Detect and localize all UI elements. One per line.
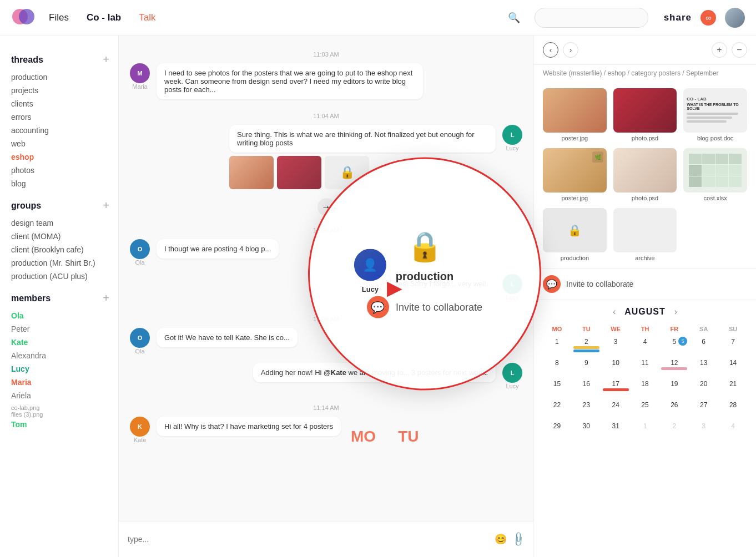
forward-button[interactable]: →	[317, 198, 335, 216]
rp-forward-button[interactable]: ›	[563, 42, 578, 58]
msg-bubble-3: I thougt we are posting 4 blog p...	[157, 239, 279, 259]
cal-day-1[interactable]: 1	[543, 336, 571, 356]
cal-day-6[interactable]: 6	[689, 336, 718, 356]
cal-day-sep4[interactable]: 4	[719, 420, 747, 440]
invite-section[interactable]: 💬 Invite to collaborate	[534, 268, 756, 300]
file-card-poster1[interactable]: poster.jpg	[543, 88, 607, 141]
member-item-tom[interactable]: Tom	[11, 418, 118, 431]
app-logo[interactable]	[11, 6, 36, 30]
cal-day-24[interactable]: 24	[602, 399, 630, 419]
group-item-production-acu[interactable]: production (ACU plus)	[11, 270, 118, 283]
cal-day-7[interactable]: 7	[719, 336, 747, 356]
rp-zoom-out-button[interactable]: −	[732, 42, 747, 58]
thread-item-web[interactable]: web	[11, 137, 118, 150]
rp-back-button[interactable]: ‹	[543, 42, 558, 58]
attach-button[interactable]: 📎	[510, 530, 527, 548]
cal-day-19[interactable]: 19	[660, 378, 688, 398]
cal-day-23[interactable]: 23	[572, 399, 601, 419]
cal-day-26[interactable]: 26	[660, 399, 688, 419]
svg-point-1	[19, 9, 34, 24]
cal-day-30[interactable]: 30	[572, 420, 601, 440]
group-item-design-team[interactable]: design team	[11, 216, 118, 230]
nav-talk[interactable]: Talk	[139, 12, 155, 23]
cal-day-11[interactable]: 11	[631, 357, 659, 377]
msg-content-4: Yes! Sorry I forgo... very well.	[386, 274, 496, 293]
file-card-photo1[interactable]: photo.psd	[613, 88, 677, 141]
folder-production[interactable]: 🔒 production	[543, 208, 607, 261]
link-icon[interactable]: ∞	[700, 10, 716, 26]
member-item-kate[interactable]: Kate	[11, 336, 118, 349]
member-item-maria[interactable]: Maria	[11, 376, 118, 389]
img-thumb-2[interactable]	[277, 156, 321, 189]
thread-item-production[interactable]: production	[11, 70, 118, 84]
thread-item-eshop[interactable]: eshop	[11, 150, 118, 164]
file-name-photo1: photo.psd	[632, 135, 658, 141]
cal-day-3[interactable]: 3	[602, 336, 630, 356]
thread-item-accounting[interactable]: accounting	[11, 124, 118, 137]
group-item-client-brooklyn[interactable]: client (Brooklyn cafe)	[11, 243, 118, 256]
cal-day-21[interactable]: 21	[719, 378, 747, 398]
cal-day-29[interactable]: 29	[543, 420, 571, 440]
cal-day-10[interactable]: 10	[602, 357, 630, 377]
message-row-ola-1: O Ola I thougt we are posting 4 blog p..…	[130, 239, 522, 267]
nav-files[interactable]: Files	[49, 12, 69, 23]
member-item-ariela[interactable]: Ariela	[11, 389, 118, 402]
cal-day-12[interactable]: 12	[660, 357, 688, 377]
group-item-client-moma[interactable]: client (MOMA)	[11, 230, 118, 243]
cal-day-25[interactable]: 25	[631, 399, 659, 419]
groups-add-button[interactable]: +	[103, 199, 109, 212]
cal-day-sep2[interactable]: 2	[660, 420, 688, 440]
cal-day-31[interactable]: 31	[602, 420, 630, 440]
thread-item-errors[interactable]: errors	[11, 110, 118, 124]
thread-item-projects[interactable]: projects	[11, 84, 118, 97]
folder-thumb-production: 🔒	[543, 208, 607, 252]
cal-day-4[interactable]: 4	[631, 336, 659, 356]
member-item-peter[interactable]: Peter	[11, 322, 118, 336]
members-add-button[interactable]: +	[103, 292, 109, 305]
cal-day-5[interactable]: 5 5	[660, 336, 688, 356]
cal-day-15[interactable]: 15	[543, 378, 571, 398]
file-card-photo2[interactable]: photo.psd	[613, 148, 677, 201]
member-item-ola[interactable]: Ola	[11, 309, 118, 322]
cal-day-14[interactable]: 14	[719, 357, 747, 377]
file-card-cost[interactable]: cost.xlsx	[683, 148, 747, 201]
group-item-production-mr-shirt[interactable]: production (Mr. Shirt Br.)	[11, 256, 118, 270]
thread-item-blog[interactable]: blog	[11, 177, 118, 190]
emoji-button[interactable]: 😊	[495, 533, 507, 545]
thread-item-photos[interactable]: photos	[11, 164, 118, 177]
member-item-lucy[interactable]: Lucy	[11, 362, 118, 376]
nav-colab[interactable]: Co - lab	[87, 12, 121, 23]
img-thumb-locked[interactable]: 🔒	[325, 156, 369, 189]
cal-day-22[interactable]: 22	[543, 399, 571, 419]
cal-day-27[interactable]: 27	[689, 399, 718, 419]
rp-zoom-in-button[interactable]: +	[712, 42, 727, 58]
cal-day-9[interactable]: 9	[572, 357, 601, 377]
cal-day-17[interactable]: 17	[602, 378, 630, 398]
threads-section-header: threads +	[11, 53, 118, 66]
folder-archive[interactable]: archive	[613, 208, 677, 261]
cal-day-20[interactable]: 20	[689, 378, 718, 398]
cal-day-13[interactable]: 13	[689, 357, 718, 377]
img-thumb-1[interactable]	[229, 156, 274, 189]
search-input[interactable]	[535, 8, 648, 28]
cal-day-sep1[interactable]: 1	[631, 420, 659, 440]
user-avatar[interactable]	[725, 8, 745, 28]
file-card-blog[interactable]: CO - LAB WHAT IS THE PROBLEM TO SOLVE bl…	[683, 88, 747, 141]
file-name-photo2: photo.psd	[632, 195, 658, 201]
cal-prev-button[interactable]: ‹	[613, 307, 616, 317]
file-card-poster2[interactable]: 🌿 poster.jpg	[543, 148, 607, 201]
cal-day-2[interactable]: 2	[572, 336, 601, 356]
member-item-alexandra[interactable]: Alexandra	[11, 349, 118, 362]
thread-item-clients[interactable]: clients	[11, 97, 118, 110]
cal-next-button[interactable]: ›	[674, 307, 677, 317]
cal-day-18[interactable]: 18	[631, 378, 659, 398]
cal-day-sep3[interactable]: 3	[689, 420, 718, 440]
cal-day-16[interactable]: 16	[572, 378, 601, 398]
msg-content-6: Adding her now! Hi @Kate we are moving t…	[253, 363, 496, 382]
chat-input[interactable]	[128, 528, 489, 550]
threads-add-button[interactable]: +	[103, 53, 109, 66]
cal-day-28[interactable]: 28	[719, 399, 747, 419]
avatar-lucy-3: L	[502, 363, 522, 383]
cal-day-8[interactable]: 8	[543, 357, 571, 377]
share-button[interactable]: share	[664, 12, 692, 23]
